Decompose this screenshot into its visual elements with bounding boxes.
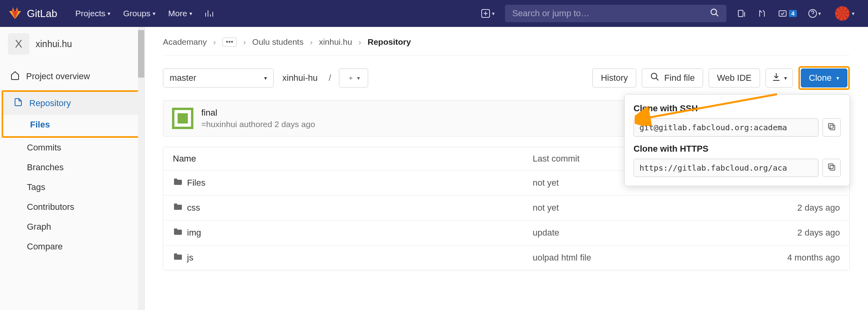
file-name-cell[interactable]: img xyxy=(173,227,533,239)
sidebar-sub-contributors[interactable]: Contributors xyxy=(0,197,144,217)
chevron-down-icon: ▾ xyxy=(836,75,839,81)
clone-dropdown: Clone with SSH git@gitlab.fabcloud.org:a… xyxy=(624,94,850,186)
svg-rect-6 xyxy=(830,125,835,130)
file-name: img xyxy=(187,228,201,238)
chevron-right-icon: › xyxy=(358,37,361,47)
svg-rect-2 xyxy=(738,10,743,17)
copy-https-button[interactable] xyxy=(823,159,841,177)
user-avatar[interactable]: ▾ xyxy=(826,6,860,21)
web-ide-label: Web IDE xyxy=(717,73,752,83)
download-button[interactable]: ▾ xyxy=(766,68,793,87)
chevron-right-icon: › xyxy=(243,37,246,47)
web-ide-button[interactable]: Web IDE xyxy=(709,68,760,87)
nav-groups-label: Groups xyxy=(123,9,150,18)
todos-icon[interactable]: 4 xyxy=(772,9,802,18)
project-letter-icon: X xyxy=(8,33,29,55)
chevron-down-icon: ▾ xyxy=(357,75,360,81)
chevron-right-icon: › xyxy=(310,37,312,47)
sidebar-sub-branches[interactable]: Branches xyxy=(0,158,144,177)
clone-https-label: Clone with HTTPS xyxy=(634,144,841,154)
add-file-button[interactable]: ＋▾ xyxy=(339,68,368,87)
copy-ssh-button[interactable] xyxy=(823,118,841,137)
breadcrumb-root[interactable]: Academany xyxy=(163,37,207,47)
repo-toolbar: master ▾ xinhui-hu / ＋▾ History Find fil… xyxy=(163,56,850,100)
sidebar-sub-tags[interactable]: Tags xyxy=(0,177,144,197)
breadcrumb: Academany › ••• › Oulu students › xinhui… xyxy=(163,34,850,56)
clone-label: Clone xyxy=(809,73,832,83)
clone-button[interactable]: Clone ▾ xyxy=(801,68,847,87)
sidebar-sub-compare[interactable]: Compare xyxy=(0,237,144,257)
commit-meta: =huxinhui authored 2 days ago xyxy=(201,120,315,129)
file-time: 2 days ago xyxy=(761,203,840,213)
activity-icon[interactable] xyxy=(199,9,219,18)
todo-badge: 4 xyxy=(789,10,797,17)
nav-groups[interactable]: Groups▾ xyxy=(117,6,162,21)
folder-icon xyxy=(173,252,182,264)
merge-requests-icon[interactable] xyxy=(752,9,772,18)
folder-icon xyxy=(173,202,182,214)
chevron-down-icon: ▾ xyxy=(784,75,787,81)
file-time: 2 days ago xyxy=(761,228,840,238)
sidebar-scrollbar[interactable] xyxy=(138,27,144,310)
svg-point-5 xyxy=(651,73,657,79)
copy-icon xyxy=(827,162,836,173)
sidebar-sub-files[interactable]: Files xyxy=(3,115,141,135)
clone-ssh-url-input[interactable]: git@gitlab.fabcloud.org:academa xyxy=(634,118,819,137)
svg-rect-9 xyxy=(828,164,833,169)
chevron-down-icon: ▾ xyxy=(108,10,110,17)
last-commit-cell[interactable]: update xyxy=(533,228,761,238)
help-icon[interactable]: ▾ xyxy=(802,9,826,18)
table-row: img update 2 days ago xyxy=(163,220,849,245)
project-name: xinhui.hu xyxy=(36,39,72,49)
search-icon xyxy=(650,72,660,84)
repo-path[interactable]: xinhui-hu xyxy=(282,73,318,83)
gitlab-logo-group[interactable]: GitLab xyxy=(8,6,57,21)
nav-more[interactable]: More▾ xyxy=(162,6,199,21)
project-tile[interactable]: X xinhui.hu xyxy=(0,27,144,61)
sidebar-overview-label: Project overview xyxy=(26,71,90,82)
sidebar-sub-commits[interactable]: Commits xyxy=(0,138,144,158)
plus-dropdown-icon[interactable]: ▾ xyxy=(475,9,500,18)
sidebar-item-repository[interactable]: Repository xyxy=(3,92,141,115)
download-icon xyxy=(772,72,781,84)
svg-rect-3 xyxy=(779,11,786,16)
history-button[interactable]: History xyxy=(592,68,636,87)
branch-selector[interactable]: master ▾ xyxy=(163,68,274,87)
find-file-button[interactable]: Find file xyxy=(642,68,703,87)
breadcrumb-ellipsis[interactable]: ••• xyxy=(222,38,237,47)
table-row: js uolpad html file 4 months ago xyxy=(163,245,849,270)
main-content: Academany › ••• › Oulu students › xinhui… xyxy=(145,27,868,310)
breadcrumb-current: Repository xyxy=(367,37,411,47)
chevron-right-icon: › xyxy=(213,37,216,47)
annotation-highlight-repository: Repository Files xyxy=(2,90,143,138)
sidebar-repository-label: Repository xyxy=(29,98,71,108)
sidebar-item-overview[interactable]: Project overview xyxy=(0,65,144,88)
issues-icon[interactable] xyxy=(731,9,752,18)
file-name-cell[interactable]: css xyxy=(173,202,533,214)
sidebar-sub-graph[interactable]: Graph xyxy=(0,217,144,237)
breadcrumb-project[interactable]: xinhui.hu xyxy=(319,37,352,47)
file-name-cell[interactable]: js xyxy=(173,252,533,264)
annotation-highlight-clone: Clone ▾ xyxy=(798,66,850,90)
nav-more-label: More xyxy=(168,9,187,18)
breadcrumb-group[interactable]: Oulu students xyxy=(252,37,304,47)
search-input[interactable] xyxy=(512,8,710,19)
last-commit-cell[interactable]: uolpad html file xyxy=(533,253,761,263)
brand-name: GitLab xyxy=(27,8,57,20)
nav-projects[interactable]: Projects▾ xyxy=(69,6,117,21)
copy-icon xyxy=(827,122,836,133)
svg-rect-7 xyxy=(828,124,833,128)
clone-https-url-input[interactable]: https://gitlab.fabcloud.org/aca xyxy=(634,159,819,177)
svg-point-1 xyxy=(711,9,717,15)
file-icon xyxy=(13,97,23,109)
chevron-down-icon: ▾ xyxy=(189,10,192,17)
plus-icon: ＋ xyxy=(348,74,354,82)
find-file-label: Find file xyxy=(664,73,695,83)
sidebar: X xinhui.hu Project overview Repository … xyxy=(0,27,145,310)
search-box[interactable] xyxy=(505,5,726,22)
branch-name: master xyxy=(170,73,196,83)
last-commit-cell[interactable]: not yet xyxy=(533,203,761,213)
svg-rect-8 xyxy=(830,165,835,170)
file-name: css xyxy=(187,203,200,213)
file-name-cell[interactable]: Files xyxy=(173,177,533,189)
